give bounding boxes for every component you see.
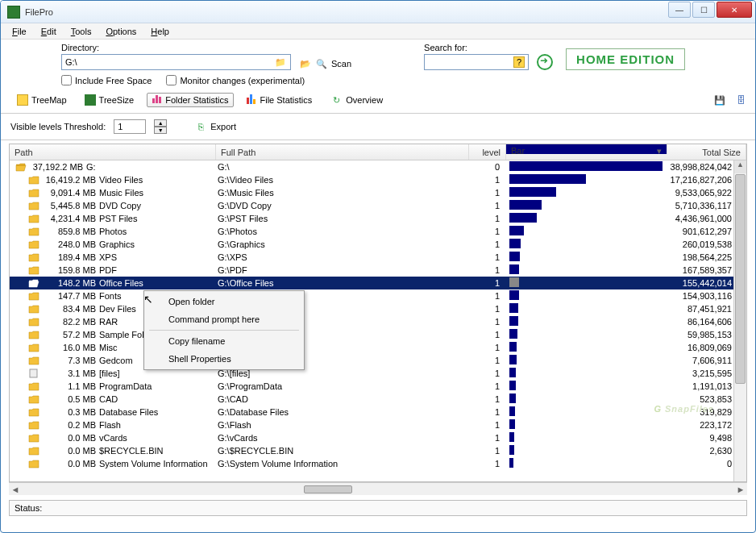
maximize-button[interactable]: ☐: [692, 2, 715, 18]
magnify-icon[interactable]: 🔍: [315, 57, 328, 70]
monitor-changes-checkbox[interactable]: Monitor changes (experimental): [166, 75, 305, 85]
search-input[interactable]: ?: [424, 54, 529, 70]
go-button[interactable]: [537, 54, 553, 70]
row-level: 1: [469, 227, 506, 236]
row-level: 1: [469, 343, 506, 352]
ctx-open-folder[interactable]: Open folder: [146, 293, 302, 310]
row-level: 1: [469, 317, 506, 327]
search-label: Search for:: [424, 43, 529, 52]
row-level: 1: [469, 201, 506, 210]
scroll-left-icon[interactable]: ◄: [9, 485, 22, 494]
table-row[interactable]: 37,192.2 MB G: G:\ 0 38,998,824,042: [10, 160, 746, 173]
table-row[interactable]: 159.8 MB PDF G:\PDF 1 167,589,357: [10, 264, 746, 277]
row-name: Fonts: [99, 291, 122, 301]
menu-edit[interactable]: Edit: [35, 25, 63, 38]
row-bar: [506, 264, 667, 276]
directory-input[interactable]: G:\ 📁: [61, 54, 291, 70]
search-help-icon[interactable]: ?: [513, 56, 525, 68]
hscroll-thumb[interactable]: [304, 485, 352, 493]
tab-file-stats[interactable]: File Statistics: [242, 93, 317, 107]
table-row[interactable]: 7.3 MB Gedcom G:\Gedcom 1 7,606,911: [10, 354, 746, 367]
table-row[interactable]: 0.3 MB Database Files G:\Database Files …: [10, 406, 746, 418]
row-name: Graphics: [99, 239, 135, 249]
row-full-path: G:\Video Files: [216, 175, 469, 185]
folder-icon: [27, 406, 40, 418]
table-row[interactable]: 57.2 MB Sample Folde 1 59,985,153: [10, 328, 746, 341]
scroll-right-icon[interactable]: ►: [734, 485, 747, 494]
tab-treemap[interactable]: TreeMap: [12, 93, 72, 107]
col-full-path[interactable]: Full Path: [216, 144, 469, 160]
row-name: RAR: [99, 317, 118, 327]
table-row[interactable]: 16.0 MB Misc 1 16,809,069: [10, 341, 746, 354]
tab-overview[interactable]: ↻ Overview: [325, 92, 388, 108]
folder-icon: [27, 316, 40, 327]
row-name: Gedcom: [99, 356, 133, 365]
col-path[interactable]: Path: [10, 144, 216, 160]
ctx-copy-filename[interactable]: Copy filename: [146, 332, 302, 350]
folder-dropdown-icon[interactable]: 📁: [274, 56, 287, 69]
ctx-shell-properties[interactable]: Shell Properties: [146, 350, 302, 368]
table-row[interactable]: 189.4 MB XPS G:\XPS 1 198,564,225: [10, 251, 746, 264]
tab-folder-stats[interactable]: Folder Statistics: [147, 93, 234, 107]
context-menu: Open folder Command prompt here Copy fil…: [143, 290, 305, 370]
save-db-icon[interactable]: 🗄: [734, 94, 747, 106]
ctx-separator: [149, 330, 299, 331]
table-row[interactable]: 82.2 MB RAR 1 86,164,606: [10, 315, 746, 328]
menu-help[interactable]: Help: [144, 25, 176, 38]
table-row[interactable]: 0.5 MB CAD G:\CAD 1 523,853: [10, 393, 746, 406]
row-full-path: G:\XPS: [216, 252, 469, 262]
table-row[interactable]: 148.2 MB Office Files G:\Office Files 1 …: [10, 277, 746, 289]
table-row[interactable]: 9,091.4 MB Music Files G:\Music Files 1 …: [10, 186, 746, 199]
folder-icon: [27, 226, 40, 237]
scroll-thumb[interactable]: [735, 174, 746, 384]
table-row[interactable]: 0.2 MB Flash G:\Flash 1 223,172: [10, 418, 746, 431]
row-size: 859.8 MB: [43, 227, 99, 236]
col-level[interactable]: level: [469, 144, 506, 160]
table-row[interactable]: 3.1 MB [files] G:\[files] 1 3,215,595: [10, 367, 746, 380]
scroll-up-icon[interactable]: ▲: [734, 160, 746, 173]
row-full-path: G:\Graphics: [216, 239, 469, 249]
folder-icon: [27, 445, 40, 456]
menu-options[interactable]: Options: [99, 25, 143, 38]
table-row[interactable]: 859.8 MB Photos G:\Photos 1 901,612,297: [10, 225, 746, 238]
include-free-checkbox[interactable]: Include Free Space: [61, 75, 152, 85]
table-row[interactable]: 0.0 MB $RECYCLE.BIN G:\$RECYCLE.BIN 1 2,…: [10, 444, 746, 457]
table-row[interactable]: 16,419.2 MB Video Files G:\Video Files 1…: [10, 173, 746, 186]
row-bar: [506, 277, 667, 289]
scan-button[interactable]: Scan: [331, 59, 351, 69]
vertical-scrollbar[interactable]: ▲: [733, 160, 746, 481]
col-bar[interactable]: Bar: [506, 144, 667, 154]
close-button[interactable]: ✕: [717, 2, 752, 18]
row-size: 37,192.2 MB: [30, 162, 86, 172]
horizontal-scrollbar[interactable]: ◄ ►: [9, 482, 747, 495]
table-row[interactable]: 4,231.4 MB PST Files G:\PST Files 1 4,43…: [10, 212, 746, 225]
table-row[interactable]: 0.0 MB vCards G:\vCards 1 9,498: [10, 431, 746, 444]
row-bar: [506, 368, 667, 379]
visible-levels-input[interactable]: [114, 119, 146, 134]
visible-levels-spinner[interactable]: ▲▼: [154, 119, 167, 134]
table-row[interactable]: 147.7 MB Fonts 1 154,903,116: [10, 289, 746, 302]
row-bar: [506, 445, 667, 456]
browse-folder-icon[interactable]: 📂: [299, 57, 312, 70]
ctx-command-prompt[interactable]: Command prompt here: [146, 310, 302, 328]
row-level: 1: [469, 239, 506, 249]
row-full-path: G:\PDF: [216, 265, 469, 275]
folder-icon: [27, 419, 40, 431]
tab-treesize[interactable]: TreeSize: [80, 93, 139, 107]
table-row[interactable]: 83.4 MB Dev Files 1 87,451,921: [10, 302, 746, 315]
row-bar: [506, 226, 667, 237]
folder-icon: [27, 174, 40, 185]
table-row[interactable]: 5,445.8 MB DVD Copy G:\DVD Copy 1 5,710,…: [10, 199, 746, 212]
row-bar: [506, 213, 667, 224]
save-icon[interactable]: 💾: [713, 94, 726, 106]
toolbar-top: Directory: G:\ 📁 📂 🔍 Scan Search for: ? …: [1, 40, 755, 72]
menu-file[interactable]: File: [6, 25, 33, 38]
row-bar: [506, 381, 667, 392]
col-total-size[interactable]: Total Size: [667, 144, 746, 160]
table-row[interactable]: 0.0 MB System Volume Information G:\Syst…: [10, 457, 746, 470]
export-button[interactable]: ⎘ Export: [191, 119, 239, 135]
minimize-button[interactable]: —: [668, 2, 691, 18]
table-row[interactable]: 248.0 MB Graphics G:\Graphics 1 260,019,…: [10, 238, 746, 251]
table-row[interactable]: 1.1 MB ProgramData G:\ProgramData 1 1,19…: [10, 380, 746, 393]
menu-tools[interactable]: Tools: [64, 25, 98, 38]
